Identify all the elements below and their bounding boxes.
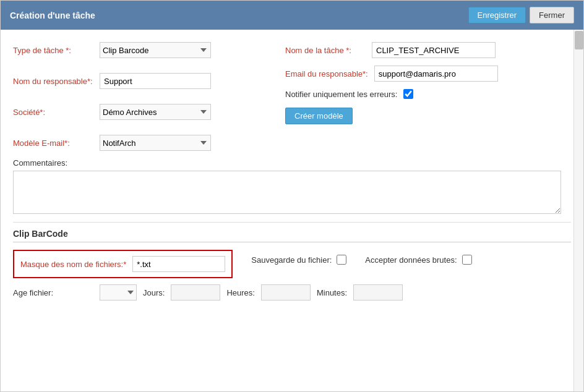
creer-modele-button[interactable]: Créer modèle (285, 108, 353, 124)
nom-tache-label: Nom de la tâche *: (285, 46, 366, 55)
creation-tache-dialog: Création d'une tâche Enregistrer Fermer … (0, 0, 584, 392)
commentaires-section: Commentaires: (13, 158, 571, 216)
sauvegarde-group: Sauvegarde du fichier: (251, 255, 346, 265)
accepter-checkbox[interactable] (462, 255, 472, 265)
societe-row: Société*: Démo ArchivesOption 2 (13, 104, 273, 120)
age-fichier-row: Age fichier: Jours: Heures: Minutes: (13, 284, 571, 300)
sauvegarde-checkbox[interactable] (337, 255, 346, 265)
notifier-row: Notifier uniquement les erreurs: (285, 89, 571, 99)
clip-barcode-title: Clip BarCode (13, 229, 68, 239)
email-responsable-row: Email du responsable*: (285, 66, 571, 82)
email-responsable-input[interactable] (374, 66, 498, 82)
nom-tache-input[interactable] (372, 42, 496, 58)
right-column: Nom de la tâche *: Email du responsable*… (285, 42, 571, 124)
dialog-title: Création d'une tâche (10, 11, 95, 20)
nom-responsable-label: Nom du responsable*: (13, 77, 93, 86)
clip-barcode-section: Clip BarCode Masque des nom de fichiers:… (13, 229, 571, 300)
dialog-body: Type de tâche *: Clip BarcodeOption 2Opt… (1, 30, 583, 391)
modele-email-row: Modèle E-mail*: NotifArchOption 2 (13, 135, 273, 151)
notifier-label: Notifier uniquement les erreurs: (285, 90, 397, 99)
dialog-header: Création d'une tâche Enregistrer Fermer (1, 1, 583, 30)
jours-input[interactable] (171, 284, 220, 300)
type-tache-label: Type de tâche *: (13, 46, 93, 55)
type-tache-select[interactable]: Clip BarcodeOption 2Option 3 (100, 42, 211, 58)
type-tache-row: Type de tâche *: Clip BarcodeOption 2Opt… (13, 42, 273, 58)
scrollbar-track[interactable] (573, 30, 583, 391)
nom-responsable-row: Nom du responsable*: (13, 73, 273, 89)
minutes-label: Minutes: (317, 288, 347, 297)
sauvegarde-label: Sauvegarde du fichier: (251, 255, 332, 265)
scrollbar-thumb[interactable] (575, 31, 583, 49)
commentaires-textarea[interactable] (13, 171, 561, 214)
minutes-input[interactable] (353, 284, 403, 300)
header-buttons: Enregistrer Fermer (468, 7, 574, 23)
notifier-checkbox[interactable] (403, 89, 413, 99)
left-column: Type de tâche *: Clip BarcodeOption 2Opt… (13, 42, 273, 158)
societe-label: Société*: (13, 108, 93, 117)
accepter-col: Accepter données brutes: (365, 255, 471, 265)
nom-responsable-input[interactable] (100, 73, 211, 89)
creer-modele-row: Créer modèle (285, 106, 571, 124)
accepter-group: Accepter données brutes: (365, 255, 471, 265)
clip-barcode-header: Clip BarCode (13, 229, 571, 242)
fermer-button[interactable]: Fermer (530, 7, 574, 23)
notifier-checkbox-wrapper (403, 89, 413, 99)
email-responsable-label: Email du responsable*: (285, 69, 368, 79)
masque-label: Masque des nom de fichiers:* (20, 260, 126, 269)
nom-tache-row: Nom de la tâche *: (285, 42, 571, 58)
section-divider (13, 222, 571, 223)
masque-highlighted-row: Masque des nom de fichiers:* (13, 250, 233, 278)
main-form-layout: Type de tâche *: Clip BarcodeOption 2Opt… (13, 42, 571, 158)
heures-label: Heures: (226, 288, 255, 297)
modele-email-select[interactable]: NotifArchOption 2 (100, 135, 211, 151)
clip-main-row: Masque des nom de fichiers:* Sauvegarde … (13, 250, 571, 278)
commentaires-label: Commentaires: (13, 158, 571, 168)
modele-email-label: Modèle E-mail*: (13, 138, 93, 148)
masque-input[interactable] (132, 256, 225, 272)
societe-select[interactable]: Démo ArchivesOption 2 (100, 104, 211, 120)
age-fichier-label: Age fichier: (13, 288, 93, 297)
age-select[interactable] (100, 284, 137, 300)
enregistrer-button[interactable]: Enregistrer (468, 7, 526, 23)
jours-label: Jours: (143, 288, 165, 297)
sauvegarde-col: Sauvegarde du fichier: (251, 255, 346, 265)
heures-input[interactable] (261, 284, 311, 300)
accepter-label: Accepter données brutes: (365, 255, 457, 265)
